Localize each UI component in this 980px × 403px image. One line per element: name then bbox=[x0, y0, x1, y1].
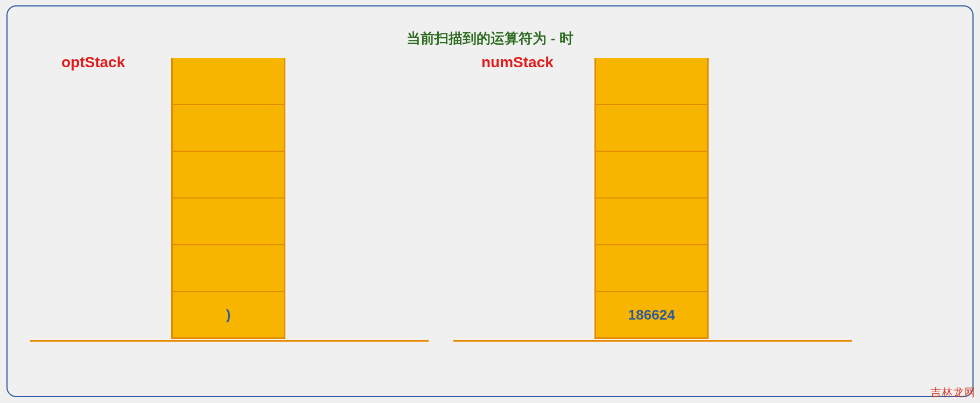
optstack-cell bbox=[173, 105, 284, 152]
optstack-cell bbox=[173, 152, 284, 199]
optstack-label: optStack bbox=[61, 54, 125, 71]
optstack-cell bbox=[173, 245, 284, 292]
watermark: 吉林龙网 bbox=[930, 385, 976, 400]
optstack-baseline bbox=[30, 340, 429, 342]
optstack-cell bbox=[173, 199, 284, 245]
numstack: 186624 bbox=[594, 58, 709, 339]
numstack-cell: 186624 bbox=[596, 292, 707, 339]
optstack-cell: ) bbox=[173, 292, 284, 339]
numstack-label: numStack bbox=[481, 54, 554, 71]
optstack-cell bbox=[173, 58, 284, 105]
numstack-baseline bbox=[453, 340, 852, 342]
numstack-cell bbox=[596, 199, 707, 245]
numstack-cell bbox=[596, 105, 707, 152]
numstack-cell bbox=[596, 245, 707, 292]
numstack-cell bbox=[596, 58, 707, 105]
diagram-title: 当前扫描到的运算符为 - 时 bbox=[8, 29, 972, 48]
optstack: ) bbox=[171, 58, 285, 339]
numstack-cell bbox=[596, 152, 707, 199]
diagram-frame: 当前扫描到的运算符为 - 时 optStack numStack ) 18662… bbox=[6, 5, 974, 397]
